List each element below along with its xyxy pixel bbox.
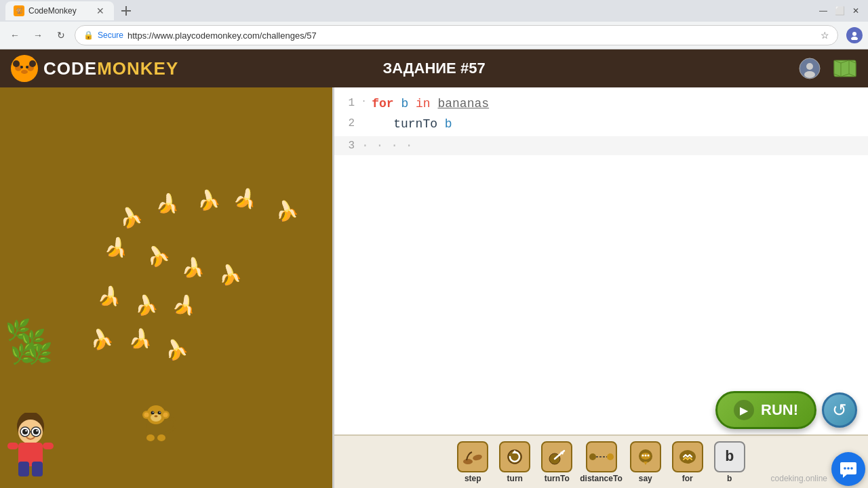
bookmark-icon[interactable]: ☆: [821, 30, 829, 41]
svg-point-13: [806, 63, 813, 70]
svg-point-28: [159, 411, 161, 413]
logo-icon: [11, 55, 38, 82]
keyword-turnto: turnTo: [393, 117, 437, 131]
svg-point-46: [463, 459, 473, 464]
svg-point-37: [33, 429, 39, 434]
header-icons: [797, 56, 857, 81]
close-window-button[interactable]: ✕: [849, 4, 863, 18]
turnto-label: turnTo: [545, 474, 570, 483]
svg-point-30: [146, 434, 155, 441]
banana-2: 🍌: [154, 190, 181, 217]
profile-button[interactable]: [846, 27, 863, 43]
new-tab-button[interactable]: [117, 1, 136, 20]
svg-rect-1: [125, 6, 127, 16]
svg-point-29: [155, 415, 158, 418]
distanceto-label: distanceTo: [580, 474, 622, 483]
title-bar: 🐒 CodeMonkey ✕ — ⬜ ✕: [0, 0, 868, 22]
svg-point-25: [151, 411, 155, 415]
banana-1: 🍌: [116, 203, 144, 231]
svg-point-36: [22, 429, 28, 434]
keyword-bananas: bananas: [437, 97, 489, 110]
chat-bubble[interactable]: [831, 452, 865, 486]
banana-14: 🍌: [127, 327, 154, 352]
svg-point-3: [851, 37, 858, 40]
line-number-2: 2: [334, 117, 361, 129]
app-container: CODEMONKEY ЗАДАНИЕ #57: [0, 49, 868, 488]
minimize-button[interactable]: —: [816, 4, 830, 18]
nav-right-icons: [846, 27, 863, 43]
reset-icon: ↺: [832, 400, 847, 421]
line-number-1: 1: [334, 97, 361, 109]
banana-15: 🍌: [161, 336, 190, 363]
svg-point-63: [847, 467, 850, 470]
svg-point-2: [852, 32, 856, 36]
keyword-for: for: [372, 97, 393, 110]
svg-rect-42: [7, 443, 18, 449]
maximize-button[interactable]: ⬜: [833, 4, 846, 18]
svg-point-21: [144, 413, 149, 418]
browser-tab[interactable]: 🐒 CodeMonkey ✕: [5, 1, 114, 20]
reset-button[interactable]: ↺: [822, 392, 857, 428]
turn-label: turn: [507, 474, 523, 483]
banana-4: 🍌: [231, 184, 260, 214]
svg-point-10: [13, 60, 20, 67]
code-content-2: turnTo b: [361, 117, 452, 131]
banana-11: 🍌: [134, 293, 159, 318]
logo-code-text: CODE: [43, 58, 97, 79]
code-editor[interactable]: 1 · for b in bananas 2 turnTo b 3: [334, 87, 868, 434]
tool-turn[interactable]: turn: [496, 441, 534, 483]
browser-chrome: 🐒 CodeMonkey ✕ — ⬜ ✕ ← → ↻ 🔒 Secure http…: [0, 0, 868, 49]
svg-point-54: [607, 453, 614, 460]
tool-b[interactable]: b b: [711, 441, 749, 483]
run-button[interactable]: ▶ RUN!: [715, 391, 816, 429]
refresh-button[interactable]: ↻: [52, 26, 71, 45]
app-header: CODEMONKEY ЗАДАНИЕ #57: [0, 49, 868, 87]
address-bar[interactable]: 🔒 Secure https://www.playcodemonkey.com/…: [75, 25, 838, 45]
tool-distanceto[interactable]: distanceTo: [580, 441, 622, 483]
code-panel[interactable]: 1 · for b in bananas 2 turnTo b 3: [334, 87, 868, 488]
var-b: b: [401, 97, 408, 110]
play-icon: ▶: [734, 400, 754, 420]
bush-4: 🌿: [27, 342, 52, 365]
svg-point-26: [158, 411, 161, 415]
banana-9: 🍌: [217, 262, 243, 288]
step-icon: [457, 441, 488, 472]
nav-bar: ← → ↻ 🔒 Secure https://www.playcodemonke…: [0, 22, 868, 49]
say-icon: [630, 441, 661, 472]
code-content-1: for b in bananas: [369, 97, 489, 110]
svg-point-31: [157, 434, 165, 441]
code-line-3[interactable]: 3 · · · ·: [334, 136, 868, 155]
svg-point-62: [844, 467, 846, 470]
svg-point-27: [153, 411, 154, 413]
lock-icon: 🔒: [83, 30, 94, 40]
tool-turnto[interactable]: turnTo: [538, 441, 576, 483]
tool-say[interactable]: say: [627, 441, 665, 483]
map-icon[interactable]: [833, 56, 857, 81]
svg-point-23: [163, 413, 168, 418]
forward-button[interactable]: →: [28, 26, 47, 45]
tool-step[interactable]: step: [454, 441, 492, 483]
svg-point-38: [25, 430, 26, 431]
svg-point-8: [26, 66, 28, 68]
tool-for[interactable]: for: [669, 441, 707, 483]
code-line-1: 1 · for b in bananas: [334, 96, 868, 116]
user-icon[interactable]: [797, 56, 822, 81]
svg-point-53: [589, 453, 596, 460]
boy-character: [3, 413, 58, 488]
turnto-icon: [541, 441, 572, 472]
back-button[interactable]: ←: [5, 26, 24, 45]
svg-point-24: [151, 413, 161, 422]
for-icon: [672, 441, 703, 472]
svg-point-7: [20, 66, 23, 68]
main-content: 🍌 🍌 🍌 🍌 🍌 🍌 🍌 🍌 🍌 🍌 🍌 🍌 🍌 🍌 🍌 🌿 🌿 🌿 🌿: [0, 87, 868, 488]
tab-title: CodeMonkey: [28, 6, 77, 16]
code-line-2: 2 turnTo b: [334, 116, 868, 136]
tab-close-button[interactable]: ✕: [95, 5, 106, 16]
codeking-credit: codeking.online: [771, 474, 827, 483]
line-dot-1: ·: [361, 97, 366, 106]
url-text: https://www.playcodemonkey.com/challenge…: [127, 30, 317, 41]
run-label: RUN!: [761, 401, 798, 419]
banana-13: 🍌: [87, 326, 115, 353]
svg-point-39: [36, 430, 37, 431]
say-label: say: [639, 474, 652, 483]
